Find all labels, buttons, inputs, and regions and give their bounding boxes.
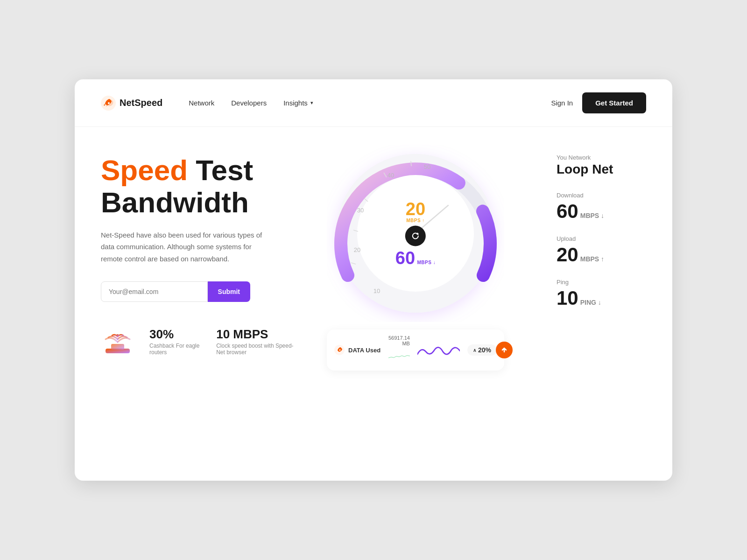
data-chart-svg (388, 348, 410, 365)
rocket-small-icon (334, 345, 345, 355)
ping-unit: PING ↓ (580, 299, 601, 306)
stats-row: 30% Cashback For eagle routers 10 MBPS C… (101, 326, 297, 356)
svg-text:10: 10 (374, 287, 380, 294)
svg-rect-3 (111, 344, 124, 350)
ping-metric: Ping 10 PING ↓ (557, 279, 646, 309)
svg-point-1 (108, 102, 110, 104)
sign-in-button[interactable]: Sign In (551, 99, 573, 107)
wifi-icon (101, 326, 134, 356)
nav-actions: Sign In Get Started (551, 92, 646, 113)
download-metric: Download 60 MBPS ↓ (557, 192, 646, 222)
email-input[interactable] (101, 281, 208, 302)
nav-links: Network Developers Insights ▾ (189, 99, 551, 107)
upload-display: 20 MBPS ↑ (406, 200, 425, 223)
nav-network[interactable]: Network (189, 99, 214, 107)
data-percent-badge: ∧ 20% (467, 344, 497, 356)
data-chart: 56917.14 MB (388, 335, 410, 365)
data-used-card: DATA Used 56917.14 MB ∧ 20% (327, 329, 504, 371)
chevron-down-icon: ▾ (310, 100, 313, 106)
logo-text: NetSpeed (120, 98, 162, 108)
upload-metric: Upload 20 MBPS ↑ (557, 235, 646, 266)
purple-wave-icon (417, 342, 460, 358)
get-started-button[interactable]: Get Started (582, 92, 646, 113)
svg-point-21 (339, 350, 341, 351)
svg-text:50: 50 (424, 163, 430, 170)
right-column: You Network Loop Net Download 60 MBPS ↓ … (534, 149, 646, 462)
logo[interactable]: NetSpeed (101, 96, 162, 111)
ping-value: 10 (557, 287, 578, 309)
refresh-icon (411, 231, 420, 241)
refresh-button[interactable] (405, 226, 426, 246)
navbar: NetSpeed Network Developers Insights ▾ S… (75, 79, 672, 127)
svg-point-4 (116, 334, 119, 337)
upload-value: 20 (557, 244, 578, 266)
submit-button[interactable]: Submit (208, 281, 250, 302)
chevron-up-icon: ∧ (473, 348, 476, 353)
stat-cashback: 30% Cashback For eagle routers (149, 327, 201, 356)
speedometer-inner: 20 MBPS ↑ 60 MBPS ↓ (395, 200, 436, 267)
stat-speed: 10 MBPS Clock speed boost with Speed-Net… (216, 327, 297, 356)
svg-text:20: 20 (354, 246, 360, 253)
hero-description: Net-Speed have also been used for variou… (101, 229, 269, 265)
hero-title: Speed Test Bandwidth (101, 154, 297, 219)
speedometer: 10 20 30 40 50 (327, 145, 504, 322)
download-value: 60 (557, 201, 578, 222)
data-label: DATA Used (334, 345, 381, 355)
rocket-icon (101, 96, 116, 111)
center-column: 10 20 30 40 50 (297, 149, 534, 462)
arrow-up-icon (500, 346, 508, 354)
main-content: Speed Test Bandwidth Net-Speed have also… (75, 127, 672, 481)
svg-text:40: 40 (388, 172, 394, 179)
download-display: 60 MBPS ↓ (395, 249, 436, 267)
svg-text:30: 30 (357, 207, 364, 214)
network-name: Loop Net (557, 162, 646, 177)
download-unit: MBPS ↓ (580, 212, 604, 219)
upload-arrow-button[interactable] (496, 342, 513, 358)
nav-developers[interactable]: Developers (231, 99, 267, 107)
app-window: NetSpeed Network Developers Insights ▾ S… (75, 79, 672, 481)
svg-line-17 (411, 161, 411, 166)
network-subtitle: You Network (557, 154, 646, 161)
upload-unit: MBPS ↑ (580, 256, 604, 263)
left-column: Speed Test Bandwidth Net-Speed have also… (101, 149, 297, 462)
nav-insights[interactable]: Insights ▾ (283, 99, 313, 107)
email-form: Submit (101, 281, 250, 302)
